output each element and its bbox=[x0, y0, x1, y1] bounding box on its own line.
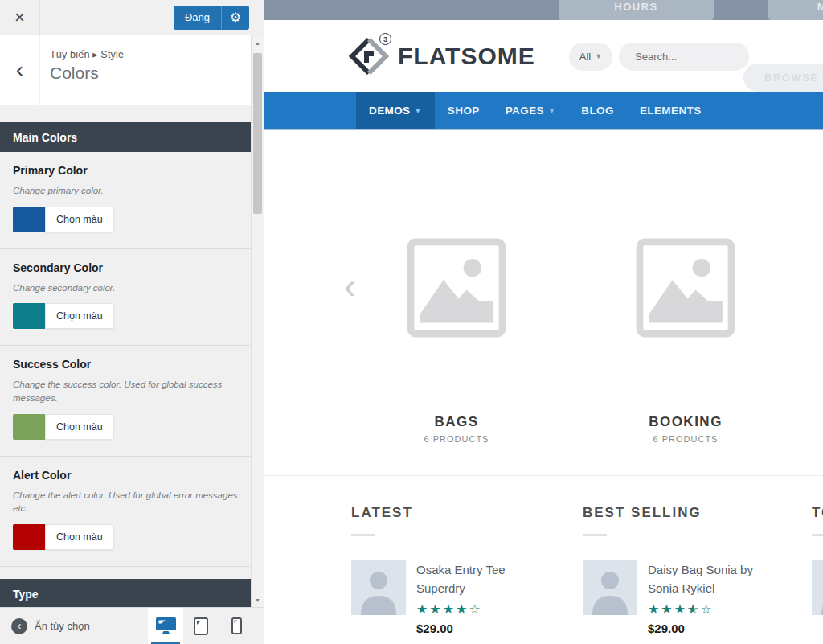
header-search-zone: All ▼ bbox=[569, 43, 749, 71]
search-category-dropdown[interactable]: All ▼ bbox=[569, 43, 612, 71]
nav-item-pages[interactable]: PAGES ▼ bbox=[493, 92, 569, 129]
star-icon: ★ bbox=[674, 601, 687, 617]
star-icon: ★ bbox=[661, 601, 674, 617]
tablet-icon bbox=[194, 617, 208, 635]
heading-underline bbox=[351, 534, 375, 536]
star-icon: ★ bbox=[456, 601, 469, 617]
product-name: Daisy Bag Sonia by Sonia Rykiel bbox=[648, 560, 780, 598]
product-item[interactable] bbox=[812, 560, 823, 615]
category-name: BOOKING bbox=[605, 414, 766, 430]
star-icon: ★ bbox=[443, 601, 456, 617]
panel-header: ‹ Tùy biến ▸ Style Colors bbox=[0, 35, 264, 105]
category-card-bags[interactable]: BAGS 6 PRODUCTS bbox=[376, 238, 537, 444]
alert-color-swatch[interactable] bbox=[13, 524, 45, 550]
carousel-prev-icon[interactable]: ‹ bbox=[344, 269, 356, 304]
product-item[interactable]: Daisy Bag Sonia by Sonia Rykiel ★★★☆★☆ $… bbox=[583, 560, 801, 635]
mobile-preview-button[interactable] bbox=[219, 608, 254, 644]
color-controls: Primary Color Change primary color. Chọn… bbox=[0, 152, 264, 567]
control-label: Primary Color bbox=[13, 164, 251, 177]
panel-title: Colors bbox=[50, 64, 124, 83]
star-icon: ☆★ bbox=[687, 601, 700, 617]
product-avatar-placeholder bbox=[812, 560, 823, 615]
publish-group: Đăng ⚙ bbox=[174, 6, 249, 30]
image-placeholder-icon bbox=[636, 238, 735, 338]
product-name: Osaka Entry Tee Superdry bbox=[416, 560, 549, 598]
nav-item-demos[interactable]: DEMOS ▼ bbox=[356, 92, 435, 129]
product-price: $29.00 bbox=[416, 621, 549, 635]
site-preview: HOURS MIN 3 FLATSOME All ▼ bbox=[264, 0, 823, 644]
control-success-color: Success Color Change the success color. … bbox=[13, 346, 251, 439]
scrollbar-thumb[interactable] bbox=[253, 53, 262, 214]
logo-badge: 3 bbox=[379, 33, 391, 45]
control-label: Success Color bbox=[13, 358, 251, 371]
category-card-booking[interactable]: BOOKING 6 PRODUCTS bbox=[605, 238, 766, 444]
breadcrumb: Tùy biến ▸ Style bbox=[50, 48, 124, 60]
product-avatar-placeholder bbox=[351, 560, 406, 615]
customizer-topbar: × Đăng ⚙ bbox=[0, 0, 264, 35]
flatsome-logo-icon: 3 bbox=[348, 35, 390, 77]
product-column-latest: LATEST Osaka Entry Tee Superdry ★★★★☆ $2… bbox=[351, 505, 570, 635]
category-count: 6 PRODUCTS bbox=[376, 434, 537, 444]
product-item[interactable]: Osaka Entry Tee Superdry ★★★★☆ $29.00 bbox=[351, 560, 570, 635]
publish-button[interactable]: Đăng bbox=[174, 6, 221, 30]
control-description: Change the success color. Used for globa… bbox=[13, 378, 238, 404]
site-header: 3 FLATSOME All ▼ BROWSE NOW bbox=[264, 20, 823, 92]
site-logo[interactable]: 3 FLATSOME bbox=[348, 35, 535, 77]
nav-item-shop[interactable]: SHOP bbox=[435, 92, 493, 129]
countdown-banner: HOURS MIN bbox=[264, 0, 823, 20]
gear-icon[interactable]: ⚙ bbox=[222, 6, 249, 30]
control-description: Change secondary color. bbox=[13, 281, 238, 295]
control-description: Change primary color. bbox=[13, 184, 238, 198]
product-avatar-placeholder bbox=[583, 560, 637, 615]
choose-color-button[interactable]: Chọn màu bbox=[45, 303, 114, 329]
secondary-color-swatch[interactable] bbox=[13, 303, 45, 329]
chevron-down-icon: ▼ bbox=[595, 52, 602, 60]
product-lists-section: LATEST Osaka Entry Tee Superdry ★★★★☆ $2… bbox=[264, 476, 823, 644]
success-color-swatch[interactable] bbox=[13, 414, 45, 440]
close-icon[interactable]: × bbox=[0, 0, 40, 35]
countdown-hours-tile: HOURS bbox=[559, 0, 714, 20]
customizer-sidebar: × Đăng ⚙ ‹ Tùy biến ▸ Style Colors Main … bbox=[0, 0, 264, 644]
section-header-main-colors[interactable]: Main Colors bbox=[0, 122, 264, 152]
chevron-down-icon: ▼ bbox=[548, 107, 555, 115]
mobile-icon bbox=[231, 617, 242, 634]
star-icon: ★ bbox=[429, 601, 442, 617]
sidebar-scrollbar[interactable]: ▲ ▼ bbox=[251, 35, 264, 607]
star-icon: ★ bbox=[648, 601, 661, 617]
control-label: Secondary Color bbox=[13, 261, 251, 274]
search-category-value: All bbox=[579, 51, 591, 63]
choose-color-button[interactable]: Chọn màu bbox=[45, 207, 114, 232]
product-price: $29.00 bbox=[648, 621, 780, 635]
countdown-min-tile: MIN bbox=[768, 0, 823, 20]
category-name: BAGS bbox=[376, 414, 537, 430]
heading-underline bbox=[812, 534, 823, 536]
section-header-type[interactable]: Type bbox=[0, 579, 264, 609]
column-heading: BEST SELLING bbox=[583, 505, 801, 521]
star-icon: ☆ bbox=[469, 601, 481, 617]
hide-controls-label: Ẩn tùy chọn bbox=[35, 620, 90, 632]
category-carousel: ‹ BAGS 6 PRODUCTS bbox=[264, 130, 823, 476]
control-alert-color: Alert Color Change the alert color. Used… bbox=[13, 457, 251, 550]
primary-color-swatch[interactable] bbox=[13, 207, 45, 232]
browse-now-button[interactable]: BROWSE NOW bbox=[743, 64, 823, 92]
scroll-down-icon[interactable]: ▼ bbox=[252, 594, 264, 605]
search-input[interactable] bbox=[619, 43, 749, 71]
image-placeholder-icon bbox=[407, 238, 506, 338]
control-primary-color: Primary Color Change primary color. Chọn… bbox=[13, 152, 251, 232]
product-column-top-rated: TOP RATED bbox=[812, 505, 823, 615]
choose-color-button[interactable]: Chọn màu bbox=[45, 414, 114, 440]
back-chevron-icon[interactable]: ‹ bbox=[0, 35, 40, 105]
desktop-preview-button[interactable] bbox=[148, 608, 183, 644]
nav-item-blog[interactable]: BLOG bbox=[568, 92, 627, 129]
choose-color-button[interactable]: Chọn màu bbox=[45, 524, 114, 550]
tablet-preview-button[interactable] bbox=[183, 608, 219, 644]
heading-underline bbox=[583, 534, 607, 536]
customizer-footer: ‹ Ẩn tùy chọn bbox=[0, 607, 264, 644]
divider bbox=[0, 566, 264, 567]
hide-controls-button[interactable]: ‹ Ẩn tùy chọn bbox=[11, 618, 90, 634]
star-icon: ★ bbox=[416, 601, 429, 617]
control-secondary-color: Secondary Color Change secondary color. … bbox=[13, 249, 251, 330]
scroll-up-icon[interactable]: ▲ bbox=[252, 37, 264, 48]
main-navigation: DEMOS ▼ SHOP PAGES ▼ BLOG ELEMENTS bbox=[264, 92, 823, 130]
nav-item-elements[interactable]: ELEMENTS bbox=[627, 92, 714, 129]
